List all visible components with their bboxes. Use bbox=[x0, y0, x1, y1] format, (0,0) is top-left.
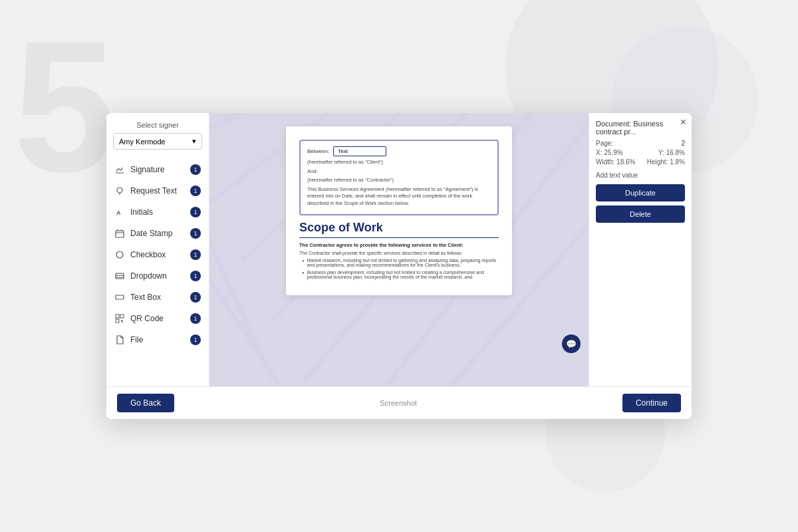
sidebar-item-left-file: File bbox=[114, 334, 143, 345]
panel-page-row: Page: 2 bbox=[596, 140, 685, 147]
sidebar-item-left-text-box: Text Box bbox=[114, 292, 161, 303]
duplicate-button[interactable]: Duplicate bbox=[596, 184, 685, 201]
svg-rect-4 bbox=[116, 231, 124, 237]
sidebar-item-initials[interactable]: A Initials 1 bbox=[106, 201, 209, 223]
svg-rect-13 bbox=[116, 315, 119, 318]
checkbox-icon bbox=[114, 249, 125, 260]
signer-select-label: Select signer bbox=[106, 121, 209, 133]
svg-rect-12 bbox=[116, 295, 124, 299]
sidebar-badge-signature: 1 bbox=[190, 164, 201, 175]
svg-rect-16 bbox=[121, 320, 122, 321]
svg-rect-15 bbox=[116, 319, 119, 323]
agreement-text: This Business Services Agreement (herein… bbox=[307, 186, 491, 207]
page-label: Page: bbox=[596, 140, 613, 147]
scope-bullet-2: Business plan development, including but… bbox=[299, 270, 499, 279]
sidebar-badge-text-box: 1 bbox=[190, 292, 201, 303]
sidebar-item-qr-code[interactable]: QR Code 1 bbox=[106, 308, 209, 329]
sidebar-item-dropdown[interactable]: Dropdown 1 bbox=[106, 265, 209, 287]
sidebar-item-file[interactable]: File 1 bbox=[106, 329, 209, 350]
sidebar-badge-request-text: 1 bbox=[190, 186, 201, 196]
sidebar-item-left-dropdown: Dropdown bbox=[114, 271, 167, 281]
sidebar-item-label-initials: Initials bbox=[130, 207, 153, 217]
chevron-down-icon: ▾ bbox=[192, 137, 196, 146]
svg-rect-17 bbox=[121, 322, 124, 323]
sidebar-item-left-request-text: Request Text bbox=[114, 186, 177, 196]
sidebar-items: Signature 1 Request Text 1 A Initials 1 … bbox=[106, 159, 209, 350]
sidebar-badge-date-stamp: 1 bbox=[190, 228, 201, 239]
sidebar-item-checkbox[interactable]: Checkbox 1 bbox=[106, 244, 209, 265]
svg-text:A: A bbox=[116, 209, 121, 216]
sidebar-badge-initials: 1 bbox=[190, 207, 201, 217]
sidebar-item-request-text[interactable]: Request Text 1 bbox=[106, 180, 209, 201]
scope-desc: The Contractor shall provide the specifi… bbox=[299, 251, 499, 255]
date-stamp-icon bbox=[114, 228, 125, 239]
svg-line-25 bbox=[209, 172, 273, 380]
sidebar-item-left-signature: Signature bbox=[114, 164, 164, 175]
scope-intro: The Contractor agrees to provide the fol… bbox=[299, 242, 499, 248]
document-field-box: Between: (hereinafter referred to as "Cl… bbox=[299, 140, 499, 215]
panel-xy-row: X: 25.9% Y: 16.8% bbox=[596, 149, 685, 156]
sidebar-item-text-box[interactable]: Text Box 1 bbox=[106, 287, 209, 308]
modal-window: × Select signer Amy Kermode ▾ Signature … bbox=[106, 113, 692, 419]
chat-icon[interactable]: 💬 bbox=[562, 334, 581, 353]
go-back-button[interactable]: Go Back bbox=[117, 394, 174, 412]
sidebar-item-left-checkbox: Checkbox bbox=[114, 249, 166, 260]
request-text-icon bbox=[114, 186, 125, 196]
screenshot-label: Screenshot bbox=[380, 399, 417, 407]
file-icon bbox=[114, 334, 125, 345]
sidebar-item-label-dropdown: Dropdown bbox=[130, 271, 167, 281]
sidebar-item-left-initials: A Initials bbox=[114, 207, 153, 217]
and-label: And: bbox=[307, 168, 491, 176]
svg-rect-9 bbox=[116, 273, 124, 279]
scope-heading: Scope of Work bbox=[299, 221, 499, 238]
sidebar-badge-file: 1 bbox=[190, 334, 201, 345]
right-panel: Document: Business contract pr... Page: … bbox=[589, 113, 692, 386]
modal-body: Select signer Amy Kermode ▾ Signature 1 … bbox=[106, 113, 692, 386]
sidebar: Select signer Amy Kermode ▾ Signature 1 … bbox=[106, 113, 209, 386]
page-value: 2 bbox=[681, 140, 685, 147]
sidebar-item-date-stamp[interactable]: Date Stamp 1 bbox=[106, 223, 209, 244]
qr-code-icon bbox=[114, 313, 125, 324]
delete-button[interactable]: Delete bbox=[596, 205, 685, 223]
sidebar-item-left-date-stamp: Date Stamp bbox=[114, 228, 172, 239]
text-box-icon bbox=[114, 292, 125, 303]
sidebar-item-label-signature: Signature bbox=[130, 165, 164, 174]
svg-point-8 bbox=[116, 251, 123, 258]
sidebar-badge-qr-code: 1 bbox=[190, 313, 201, 324]
add-text-label: Add text value bbox=[596, 172, 685, 179]
scope-bullet-1: Market research, including but not limit… bbox=[299, 258, 499, 267]
contractor-clause: (hereinafter referred to as "Contractor"… bbox=[307, 177, 491, 184]
document-page: Between: (hereinafter referred to as "Cl… bbox=[286, 126, 512, 295]
svg-point-1 bbox=[117, 188, 122, 193]
sidebar-item-signature[interactable]: Signature 1 bbox=[106, 159, 209, 180]
field-between-row: Between: bbox=[307, 146, 491, 156]
signer-name: Amy Kermode bbox=[119, 138, 166, 146]
signer-dropdown[interactable]: Amy Kermode ▾ bbox=[113, 133, 202, 150]
panel-wh-row: Width: 18.6% Height: 1.8% bbox=[596, 158, 685, 166]
modal-footer: Go Back Screenshot Continue bbox=[106, 386, 692, 419]
sidebar-item-label-qr-code: QR Code bbox=[130, 314, 164, 323]
sidebar-item-label-checkbox: Checkbox bbox=[130, 250, 166, 259]
client-clause: (hereinafter referred to as "Client") bbox=[307, 159, 491, 166]
close-button[interactable]: × bbox=[680, 117, 686, 128]
sidebar-item-label-date-stamp: Date Stamp bbox=[130, 229, 172, 238]
sidebar-badge-dropdown: 1 bbox=[190, 271, 201, 281]
sidebar-item-label-text-box: Text Box bbox=[130, 293, 161, 302]
continue-button[interactable]: Continue bbox=[622, 394, 681, 412]
sidebar-item-label-request-text: Request Text bbox=[130, 186, 177, 196]
document-area: Between: (hereinafter referred to as "Cl… bbox=[209, 113, 589, 386]
signature-icon bbox=[114, 164, 125, 175]
between-input[interactable] bbox=[333, 146, 386, 156]
sidebar-item-left-qr-code: QR Code bbox=[114, 313, 164, 324]
panel-doc-title: Document: Business contract pr... bbox=[596, 120, 685, 136]
sidebar-item-label-file: File bbox=[130, 335, 143, 344]
sidebar-badge-checkbox: 1 bbox=[190, 249, 201, 260]
y-value: Y: 16.8% bbox=[658, 149, 685, 156]
width-value: Width: 18.6% bbox=[596, 158, 635, 166]
dropdown-icon bbox=[114, 271, 125, 281]
background-number: 5 bbox=[13, 13, 117, 200]
svg-rect-14 bbox=[120, 315, 124, 318]
x-value: X: 25.9% bbox=[596, 149, 623, 156]
height-value: Height: 1.8% bbox=[647, 158, 685, 166]
initials-icon: A bbox=[114, 207, 125, 217]
